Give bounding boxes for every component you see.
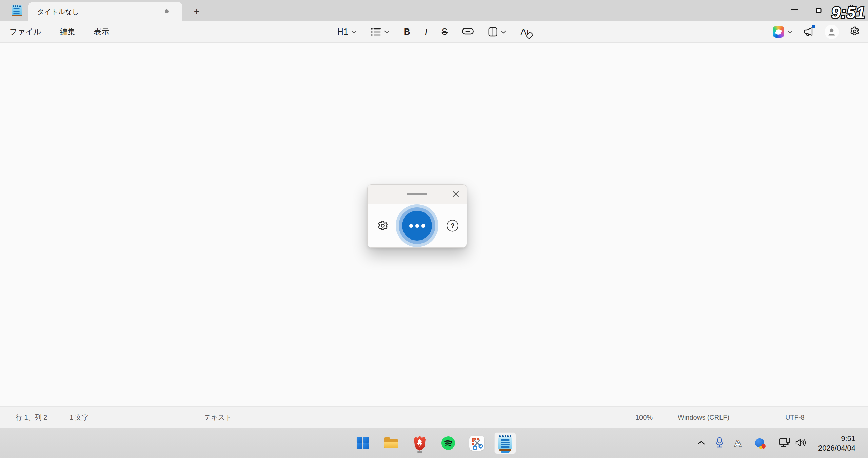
- drag-handle[interactable]: [407, 193, 427, 195]
- statusbar-divider: [670, 413, 670, 421]
- format-toolbar: H1 B I S: [337, 21, 531, 42]
- char-count: 1 文字: [70, 407, 89, 428]
- notepad-button[interactable]: [494, 432, 516, 454]
- list-dropdown-button[interactable]: [371, 27, 390, 36]
- system-tray: A 9: [697, 428, 868, 458]
- voice-typing-widget: ?: [367, 184, 467, 248]
- document-type: テキスト: [204, 407, 232, 428]
- cursor-position: 行 1、列 2: [16, 407, 47, 428]
- tray-date: 2026/04/04: [818, 443, 855, 453]
- copilot-dropdown-button[interactable]: [773, 26, 793, 38]
- brave-icon: [413, 435, 427, 451]
- clock-date-button[interactable]: 9:51 2026/04/04: [818, 434, 855, 453]
- toolbar-right: [773, 21, 860, 42]
- speaker-icon: [795, 438, 807, 448]
- announcements-button[interactable]: [803, 26, 814, 38]
- italic-button[interactable]: I: [425, 26, 428, 37]
- person-icon: [827, 27, 836, 37]
- active-indicator: [501, 451, 510, 453]
- microphone-listening-button[interactable]: [402, 211, 432, 241]
- tray-app-ball-button[interactable]: [755, 438, 765, 449]
- file-explorer-icon: [384, 437, 398, 449]
- chevron-down-icon: [501, 30, 506, 34]
- titlebar: タイトルなし + 9:51: [0, 0, 868, 21]
- voice-settings-button[interactable]: [376, 220, 389, 232]
- unsaved-indicator-dot: [165, 9, 169, 13]
- copilot-icon: [773, 26, 784, 38]
- desktop: タイトルなし + 9:51 ファイル 編集 表示 H1: [0, 0, 868, 458]
- tab-title: タイトルなし: [37, 7, 79, 16]
- ime-mode-button[interactable]: A: [734, 438, 742, 449]
- heading-dropdown-button[interactable]: H1: [337, 27, 357, 37]
- chevron-down-icon: [384, 30, 390, 34]
- listening-dot: [421, 224, 425, 228]
- encoding: UTF-8: [785, 407, 805, 428]
- statusbar-divider: [197, 413, 197, 421]
- taskbar: A 9: [0, 428, 868, 458]
- overlay-clock-time: 9:51: [831, 4, 865, 22]
- snipping-tool-icon: [469, 436, 484, 451]
- taskbar-app-icons: [352, 432, 516, 454]
- notepad-icon: [498, 435, 512, 451]
- statusbar-divider: [627, 413, 627, 421]
- minimize-icon: [791, 9, 798, 10]
- gear-icon: [849, 26, 860, 37]
- chevron-down-icon: [787, 30, 793, 34]
- notification-dot: [812, 25, 815, 28]
- tray-microphone-button[interactable]: [715, 437, 724, 450]
- gear-icon: [376, 220, 389, 232]
- chevron-up-icon: [697, 440, 706, 445]
- app-ball-icon: [755, 438, 765, 449]
- link-icon: [462, 27, 474, 35]
- notepad-app-icon: [12, 5, 22, 16]
- listening-dot: [415, 224, 419, 228]
- windows-start-icon: [356, 437, 369, 450]
- chevron-down-icon: [351, 30, 357, 34]
- volume-button[interactable]: [795, 438, 807, 449]
- menu-edit[interactable]: 編集: [60, 26, 75, 37]
- overlay-clock-square-icon: [817, 8, 821, 13]
- menubar: ファイル 編集 表示 H1 B I S: [0, 21, 868, 43]
- menu-file[interactable]: ファイル: [9, 26, 41, 37]
- zoom-level[interactable]: 100%: [635, 407, 653, 428]
- help-icon: ?: [450, 222, 454, 230]
- tab-untitled[interactable]: タイトルなし: [28, 2, 182, 21]
- voice-widget-body: ?: [368, 204, 467, 247]
- new-tab-button[interactable]: +: [190, 4, 203, 18]
- listening-dot: [409, 224, 413, 228]
- spotify-icon: [441, 436, 455, 450]
- table-icon: [488, 27, 498, 37]
- account-button[interactable]: [825, 25, 839, 39]
- link-button[interactable]: [462, 27, 474, 37]
- voice-help-button[interactable]: ?: [447, 220, 458, 232]
- menu-view[interactable]: 表示: [94, 26, 109, 37]
- ime-mode-icon: A: [734, 438, 742, 449]
- minimize-button[interactable]: [785, 3, 804, 16]
- network-display-icon: [779, 437, 791, 448]
- overlay-clock-widget[interactable]: 9:51: [815, 2, 867, 22]
- tray-time: 9:51: [818, 434, 855, 443]
- brave-browser-button[interactable]: [409, 432, 431, 454]
- table-dropdown-button[interactable]: [488, 27, 506, 37]
- network-button[interactable]: [779, 437, 791, 450]
- close-icon: [452, 190, 459, 198]
- running-indicator: [417, 451, 422, 453]
- hidden-icons-button[interactable]: [697, 440, 706, 447]
- voice-widget-titlebar: [368, 185, 467, 204]
- spotify-button[interactable]: [437, 432, 459, 454]
- line-ending: Windows (CRLF): [678, 407, 729, 428]
- voice-widget-close-button[interactable]: [451, 189, 460, 199]
- statusbar: 行 1、列 2 1 文字 テキスト 100% Windows (CRLF) UT…: [0, 406, 868, 428]
- clear-formatting-button[interactable]: Ab: [520, 27, 531, 36]
- bold-button[interactable]: B: [404, 26, 410, 37]
- bullet-list-icon: [371, 27, 381, 36]
- strikethrough-button[interactable]: S: [442, 26, 448, 37]
- settings-button[interactable]: [849, 26, 860, 38]
- microphone-icon: [715, 437, 724, 449]
- snipping-tool-button[interactable]: [466, 432, 488, 454]
- file-explorer-button[interactable]: [380, 432, 402, 454]
- statusbar-divider: [777, 413, 777, 421]
- statusbar-divider: [63, 413, 63, 421]
- start-button[interactable]: [352, 432, 374, 454]
